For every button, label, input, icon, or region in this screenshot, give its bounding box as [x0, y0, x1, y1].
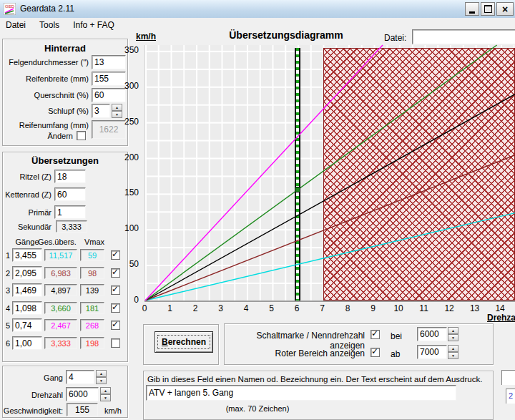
gear-vmax-value: 98 [80, 267, 104, 279]
minimize-icon [469, 11, 475, 14]
clipped-spinner-fragment: 2 [506, 389, 515, 404]
x-tick-11: 11 [413, 303, 435, 313]
spinner-down-icon[interactable]: ▼ [448, 352, 458, 359]
menu-datei[interactable]: Datei [0, 18, 31, 32]
uebersetzungen-title: Übersetzungen [3, 155, 127, 166]
schlupf-input[interactable] [92, 104, 110, 118]
x-tick-12: 12 [438, 303, 460, 313]
maximize-icon [484, 5, 492, 13]
title-bar[interactable]: GED Geardata 2.11 × [0, 0, 515, 19]
gear-ratio-input[interactable] [12, 336, 42, 350]
schaltmarke-checkbox[interactable]: ✓ [371, 330, 380, 339]
x-tick-2: 2 [185, 303, 206, 313]
drehzahl-input[interactable] [66, 387, 99, 401]
datei-label: Datei: [384, 33, 406, 43]
gear-vmax-value: 139 [80, 284, 104, 296]
chart-title: Übersetzungsdiagramm [179, 29, 393, 41]
gang-spinner[interactable]: ▲ ▼ [96, 370, 107, 384]
drehzahl-label: Drehzahl [4, 391, 63, 399]
bei-spinner[interactable]: ▲ ▼ [448, 327, 458, 341]
gear-ges-value: 6,983 [44, 267, 77, 279]
gear-nr: 1 [1, 251, 10, 260]
gear-ges-value: 3,333 [44, 337, 77, 349]
spinner-up-icon[interactable]: ▲ [448, 327, 458, 334]
maximize-button[interactable] [481, 2, 495, 16]
y-tick-250: 250 [113, 117, 139, 127]
roter-bereich-label: Roter Bereich anzeigen [227, 348, 365, 358]
gear-visible-checkbox[interactable]: ✓ [111, 321, 120, 330]
reifenbreite-label: Reifenbreite (mm) [4, 74, 89, 83]
col-vmax: Vmax [80, 238, 109, 246]
bei-input[interactable] [417, 327, 447, 341]
menu-info-faq[interactable]: Info + FAQ [67, 18, 120, 32]
berechnen-label: Berechnen [157, 335, 210, 349]
schaltmarke-label: Schaltmarke / Nenndrehzahl anzeigen [227, 331, 365, 351]
gear-line-gang-3 [145, 94, 515, 301]
ab-spinner[interactable]: ▲ ▼ [448, 345, 458, 359]
x-tick-13: 13 [464, 303, 486, 313]
name-input[interactable] [146, 385, 456, 401]
svg-text:GED: GED [5, 4, 15, 9]
gear-nr: 6 [1, 339, 10, 348]
roter-bereich-checkbox[interactable]: ✓ [371, 348, 380, 357]
drehzahl-spinner[interactable]: ▲ ▼ [100, 387, 111, 401]
gear-line-gang-4 [145, 45, 497, 301]
gear-ges-value: 4,897 [44, 284, 77, 296]
spinner-down-icon[interactable]: ▼ [100, 394, 111, 401]
spinner-down-icon[interactable]: ▼ [448, 334, 458, 341]
x-tick-4: 4 [235, 303, 257, 313]
window-title: Geardata 2.11 [20, 4, 74, 14]
operating-point-marker [295, 187, 300, 192]
kettenrad-input[interactable] [54, 187, 86, 201]
felgendurchmesser-label: Felgendurchmesser ('') [4, 58, 89, 67]
gear-ratio-input[interactable] [12, 248, 42, 262]
gear-line-gang-1 [145, 213, 515, 301]
max-chars-hint: (max. 70 Zeichen) [186, 404, 329, 413]
uebersetzungsdiagramm-plot [144, 45, 514, 301]
gear-visible-checkbox[interactable]: ✓ [111, 338, 120, 348]
x-tick-14: 14 [489, 303, 511, 313]
geschwindigkeit-value: 155 [67, 403, 98, 416]
app-icon: GED [4, 3, 16, 15]
menu-tools[interactable]: Tools [34, 18, 65, 32]
berechnen-button[interactable]: Berechnen [154, 331, 213, 353]
y-tick-300: 300 [113, 81, 139, 91]
datei-input[interactable] [412, 29, 515, 44]
y-tick-100: 100 [113, 223, 139, 233]
gear-vmax-value: 198 [80, 337, 104, 349]
gear-nr: 5 [1, 321, 10, 330]
gear-ratio-input[interactable] [12, 301, 42, 315]
spinner-down-icon[interactable]: ▼ [96, 377, 107, 384]
close-button[interactable]: × [496, 2, 514, 16]
gear-line-gang-2 [145, 155, 515, 301]
gear-ratio-input[interactable] [12, 266, 42, 280]
x-axis-line [144, 301, 515, 302]
geardata-window: GED Geardata 2.11 × Datei Tools Info + F… [0, 0, 515, 420]
name-hint: Gib in dieses Feld einen Namen od. Bezei… [147, 375, 482, 384]
gear-nr: 3 [1, 286, 10, 295]
minimize-button[interactable] [465, 2, 479, 16]
spinner-up-icon[interactable]: ▲ [448, 345, 458, 352]
spinner-up-icon[interactable]: ▲ [100, 387, 111, 394]
checkmark-icon: ✓ [371, 328, 378, 338]
ab-label: ab [391, 349, 400, 359]
gear-nr: 2 [1, 269, 10, 278]
gang-input[interactable] [66, 370, 94, 384]
primaer-input[interactable] [54, 205, 86, 219]
x-axis-label: Drehzahl [487, 313, 515, 323]
ab-input[interactable] [417, 345, 447, 359]
x-tick-6: 6 [286, 303, 308, 313]
gear-vmax-value: 59 [80, 249, 104, 261]
aendern-label: Ändern [4, 132, 73, 140]
gear-ratio-input[interactable] [12, 283, 42, 297]
ritzel-input[interactable] [54, 170, 86, 183]
bei-label: bei [391, 331, 402, 341]
spinner-up-icon[interactable]: ▲ [96, 370, 107, 377]
x-tick-7: 7 [312, 303, 333, 313]
x-tick-9: 9 [363, 303, 384, 313]
x-tick-0: 0 [134, 303, 155, 313]
sekundaer-label: Sekundär [4, 223, 52, 231]
aendern-checkbox[interactable]: ✓ [77, 131, 86, 140]
gear-ratio-input[interactable] [12, 318, 42, 332]
checkmark-icon: ✓ [371, 346, 378, 356]
